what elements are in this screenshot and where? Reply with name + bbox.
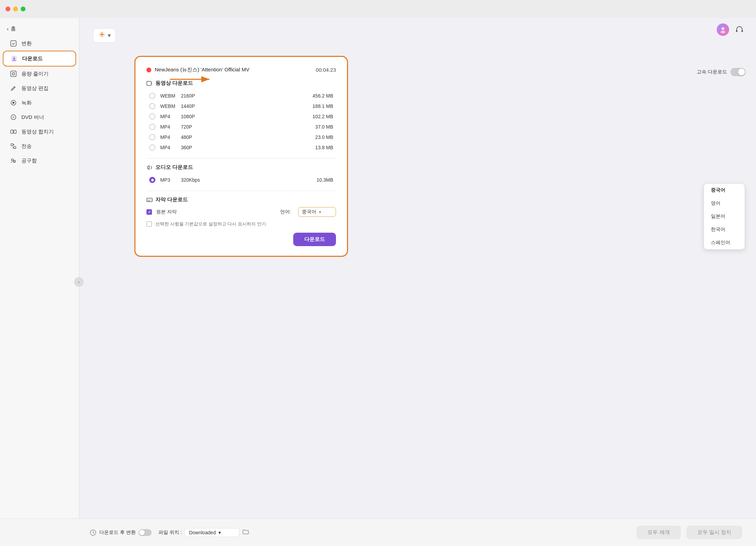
default-setting-row: 선택한 사항을 기본값으로 설정하고 다시 표시하지 안기: [146, 221, 336, 227]
lang-option[interactable]: 스페인어: [704, 236, 745, 249]
video-format-row[interactable]: WEBM 1440P 188.1 MB: [146, 101, 336, 111]
video-format-row[interactable]: MP4 720P 37.0 MB: [146, 122, 336, 132]
format-quality: 320Kbps: [181, 177, 208, 183]
sidebar-item-label-merge: 동영상 합치기: [21, 129, 54, 135]
radio-btn[interactable]: [149, 103, 155, 109]
format-quality: 720P: [181, 124, 208, 130]
close-button[interactable]: [6, 7, 10, 11]
minimize-button[interactable]: [13, 7, 18, 11]
radio-btn[interactable]: [149, 93, 155, 99]
sidebar-item-record[interactable]: 녹화: [3, 95, 76, 110]
radio-btn[interactable]: [149, 113, 155, 120]
format-size: 188.1 MB: [313, 103, 333, 109]
language-dropdown[interactable]: 중국어영어일본어한국어스페인어: [704, 183, 745, 250]
sidebar-item-toolbox[interactable]: 공구함: [3, 153, 76, 168]
convert-after-toggle: 다운로드 후 변환: [90, 529, 152, 536]
svg-rect-0: [11, 41, 16, 46]
add-chevron-icon: ▾: [108, 32, 111, 39]
svg-rect-16: [742, 30, 743, 32]
sidebar: ‹ 홈 변환 다운로드 용량 줄이기 동영상 편집: [0, 18, 79, 546]
back-chevron-icon: ‹: [7, 26, 9, 32]
radio-btn[interactable]: [149, 134, 155, 140]
format-quality: 1080P: [181, 114, 208, 119]
subtitle-section-header: 자막 다운로드: [146, 196, 336, 203]
format-name: MP3: [160, 177, 181, 183]
audio-format-row[interactable]: MP3 320Kbps 10.3MB: [146, 175, 336, 185]
svg-point-14: [721, 31, 725, 33]
sidebar-item-convert[interactable]: 변환: [3, 36, 76, 51]
subtitle-checkbox[interactable]: [146, 209, 152, 215]
folder-icon[interactable]: [242, 528, 249, 537]
dvd-icon: [10, 113, 17, 121]
pause-all-button[interactable]: 모두 일시 정지: [686, 526, 742, 539]
format-size: 37.0 MB: [315, 124, 333, 130]
sidebar-item-download[interactable]: 다운로드: [3, 51, 76, 67]
file-location-select[interactable]: Downloaded ▾: [184, 528, 239, 537]
divider-1: [146, 158, 336, 159]
format-name: WEBM: [160, 103, 181, 109]
format-quality: 2160P: [181, 93, 208, 99]
user-avatar[interactable]: [717, 23, 729, 36]
transfer-icon: [10, 142, 17, 150]
sidebar-item-label-edit: 동영상 편집: [21, 85, 49, 92]
video-format-row[interactable]: MP4 1080P 102.2 MB: [146, 111, 336, 122]
radio-btn[interactable]: [149, 177, 155, 183]
format-quality: 360P: [181, 145, 208, 150]
convert-after-toggle-switch[interactable]: [139, 529, 152, 536]
format-name: MP4: [160, 145, 181, 150]
format-name: MP4: [160, 124, 181, 130]
sidebar-item-label-record: 녹화: [21, 100, 32, 106]
audio-section-icon: [146, 164, 153, 171]
download-btn-row: 다운로드: [146, 233, 336, 246]
radio-btn[interactable]: [149, 124, 155, 130]
default-setting-checkbox[interactable]: [146, 221, 152, 227]
maximize-button[interactable]: [21, 7, 25, 11]
top-right-icons: [717, 23, 746, 36]
format-size: 456.2 MB: [313, 93, 333, 99]
audio-section-header: 오디오 다운로드: [146, 164, 336, 171]
bottom-right: 모두 재개 모두 일시 정지: [636, 526, 742, 539]
sidebar-item-merge[interactable]: 동영상 합치기: [3, 124, 76, 139]
subtitle-section-icon: [146, 197, 153, 203]
add-icon: [98, 31, 106, 40]
compress-icon: [10, 70, 17, 78]
svg-point-6: [13, 117, 14, 118]
language-select[interactable]: 중국어 ▾: [298, 207, 336, 217]
svg-rect-19: [147, 81, 151, 85]
radio-btn[interactable]: [149, 144, 155, 151]
format-name: WEBM: [160, 93, 181, 99]
lang-option[interactable]: 중국어: [704, 184, 745, 197]
speed-toggle-switch[interactable]: [731, 68, 746, 76]
sidebar-item-label-download: 다운로드: [22, 55, 43, 62]
lang-selected-value: 중국어: [302, 209, 316, 215]
format-name: MP4: [160, 134, 181, 140]
sidebar-item-edit[interactable]: 동영상 편집: [3, 81, 76, 95]
svg-rect-9: [11, 144, 13, 146]
format-size: 13.8 MB: [315, 145, 333, 150]
svg-point-4: [12, 102, 14, 104]
resume-all-button[interactable]: 모두 재개: [636, 526, 681, 539]
download-button[interactable]: 다운로드: [293, 233, 336, 246]
video-format-row[interactable]: MP4 360P 13.8 MB: [146, 142, 336, 153]
convert-after-label: 다운로드 후 변환: [99, 529, 136, 536]
sidebar-back-label: 홈: [11, 26, 16, 32]
sidebar-item-transfer[interactable]: 전송: [3, 139, 76, 153]
lang-option[interactable]: 일본어: [704, 210, 745, 223]
sidebar-item-dvd[interactable]: DVD 버너: [3, 110, 76, 124]
file-location-row: 파일 위치 : Downloaded ▾: [159, 528, 249, 537]
sidebar-item-label-transfer: 전송: [21, 143, 32, 150]
format-quality: 1440P: [181, 103, 208, 109]
convert-after-icon: [90, 529, 96, 536]
svg-point-11: [11, 159, 13, 161]
lang-option[interactable]: 한국어: [704, 223, 745, 236]
video-format-row[interactable]: MP4 480P 23.0 MB: [146, 132, 336, 142]
speed-toggle-row: 고속 다운로드: [697, 68, 746, 76]
add-download-button[interactable]: ▾: [93, 28, 116, 43]
video-format-row[interactable]: WEBM 2160P 456.2 MB: [146, 91, 336, 101]
record-icon: [10, 99, 17, 107]
svg-rect-10: [14, 146, 16, 149]
sidebar-back[interactable]: ‹ 홈: [0, 23, 79, 36]
headphone-icon[interactable]: [733, 23, 746, 36]
lang-option[interactable]: 영어: [704, 197, 745, 210]
sidebar-item-compress[interactable]: 용량 줄이기: [3, 67, 76, 81]
